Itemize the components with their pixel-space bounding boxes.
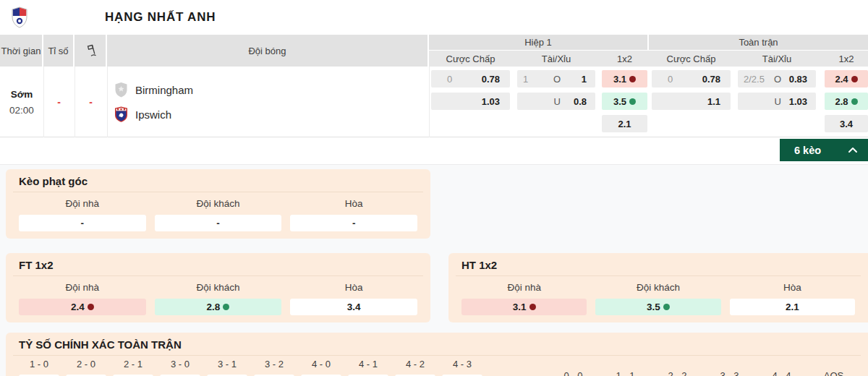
- correct-score-draw-group: 0 - 0-1 - 1-2 - 2-3 - 3-4 - 4-AOS-: [551, 370, 856, 376]
- panel-title: TỶ SỐ CHÍNH XÁC TOÀN TRẬN: [13, 338, 861, 351]
- odds-value-cell[interactable]: 2.1: [730, 299, 855, 315]
- odds-value: 3.4: [347, 302, 361, 312]
- home-team-row[interactable]: Birmingham: [114, 81, 193, 98]
- score-column: 2 - 0--: [66, 359, 106, 376]
- h1-1x2-draw-cell[interactable]: 2.1: [602, 115, 647, 132]
- odds-value-cell[interactable]: -: [290, 215, 417, 231]
- correct-score-main-group: 1 - 0--2 - 0--2 - 1--3 - 0--3 - 1--3 - 2…: [19, 359, 482, 376]
- ft-1x2-draw-cell[interactable]: 3.4: [825, 115, 868, 132]
- score-label: 2 - 2: [655, 370, 699, 376]
- column-label: Đội nhà: [461, 282, 587, 293]
- score-column: 2 - 1--: [113, 359, 153, 376]
- home-team-badge-icon: [114, 82, 128, 98]
- ft-under-label: U: [775, 96, 781, 107]
- ft-1x2-away-odds: 2.8: [835, 96, 848, 107]
- odds-column: Đội khách2.8: [155, 282, 282, 315]
- ft-1x2-panel: FT 1x2 Đội nhà2.4Đội khách2.8Hòa3.4: [6, 253, 430, 322]
- h1-1x2-away-cell[interactable]: 3.5: [602, 93, 647, 110]
- score-label: 2 - 0: [66, 359, 106, 370]
- odds-column: Đội khách3.5: [595, 282, 720, 315]
- ft-1x2-odds-columns: Đội nhà2.4Đội khách2.8Hòa3.4: [13, 282, 423, 315]
- odds-value-cell[interactable]: -: [19, 215, 146, 231]
- score-column: 4 - 2--: [395, 359, 435, 376]
- odds-value-cell[interactable]: 2.8: [155, 299, 282, 315]
- score-label: 4 - 1: [348, 359, 388, 370]
- away-team-row[interactable]: Ipswich: [114, 106, 171, 123]
- score-label: 3 - 0: [160, 359, 200, 370]
- red-dot-icon: [851, 76, 858, 82]
- score-label: 4 - 3: [442, 359, 482, 370]
- 1x2-panels-row: FT 1x2 Đội nhà2.4Đội khách2.8Hòa3.4 HT 1…: [6, 253, 868, 322]
- score-column: 4 - 3--: [442, 359, 482, 376]
- panel-title: Kèo phạt góc: [13, 175, 423, 187]
- h1-1x2-home-odds: 3.1: [613, 74, 626, 85]
- score-column: AOS-: [812, 370, 856, 376]
- score-label: 4 - 4: [760, 370, 804, 376]
- ft-under-odds: 1.03: [781, 96, 807, 107]
- ft-handicap-home-odds: 0.78: [702, 74, 720, 85]
- more-bets-toggle-button[interactable]: 6 kèo: [780, 139, 868, 161]
- ft-handicap-line: 0: [668, 74, 673, 85]
- match-time: Sớm 02:00: [0, 67, 43, 137]
- divider: [13, 355, 861, 356]
- ft-under-cell[interactable]: U 1.03: [738, 93, 816, 110]
- match-kickoff-time: 02:00: [9, 105, 34, 116]
- ft-over-label: O: [774, 74, 781, 85]
- odds-value: -: [81, 218, 85, 228]
- away-team-name: Ipswich: [135, 108, 171, 121]
- ft-1x2-away-cell[interactable]: 2.8: [825, 93, 868, 110]
- score-label: 4 - 2: [395, 359, 435, 370]
- ft-over-cell[interactable]: 2/2.5 O 0.83: [738, 70, 816, 87]
- score-column: 3 - 2--: [254, 359, 294, 376]
- score-label: AOS: [812, 370, 856, 376]
- corner-kick-panel: Kèo phạt góc Đội nhà-Đội khách-Hòa-: [6, 169, 430, 239]
- odds-value-cell[interactable]: 3.1: [461, 299, 587, 315]
- ft-handicap-away-cell[interactable]: 1.1: [652, 93, 731, 110]
- correct-score-panel: TỶ SỐ CHÍNH XÁC TOÀN TRẬN 1 - 0--2 - 0--…: [6, 333, 868, 376]
- odds-value-cell[interactable]: 3.5: [595, 299, 720, 315]
- h1-1x2-away-odds: 3.5: [613, 96, 626, 107]
- column-label: Đội nhà: [19, 198, 146, 209]
- odds-column: Hòa3.4: [290, 282, 417, 315]
- odds-column: Đội nhà3.1: [461, 282, 587, 315]
- score-column: 3 - 0--: [160, 359, 200, 376]
- green-dot-icon: [851, 98, 858, 105]
- divider: [429, 67, 430, 137]
- app-header: HẠNG NHẤT ANH: [0, 0, 868, 35]
- score-column: 0 - 0-: [551, 370, 595, 376]
- h1-handicap-away-odds: 1.03: [482, 96, 500, 107]
- match-score: -: [43, 67, 75, 137]
- h1-under-label: U: [554, 96, 561, 107]
- odds-value-cell[interactable]: 3.4: [290, 299, 417, 315]
- divider: [13, 275, 423, 276]
- h1-over-cell[interactable]: 1 O 1: [517, 70, 595, 87]
- sub-header-ft-handicap: Cược Chấp: [652, 51, 731, 67]
- corner-odds-columns: Đội nhà-Đội khách-Hòa-: [13, 198, 423, 231]
- h1-handicap-home-cell[interactable]: 0 0.78: [431, 70, 510, 87]
- column-label: Đội nhà: [19, 282, 146, 293]
- score-column: 3 - 3-: [707, 370, 752, 376]
- column-label: Đội khách: [155, 198, 282, 209]
- league-logo-icon: [11, 7, 28, 28]
- column-label: Đội khách: [595, 282, 720, 293]
- match-time-label: Sớm: [11, 89, 33, 100]
- odds-value-cell[interactable]: -: [155, 215, 282, 231]
- h1-under-cell[interactable]: U 0.8: [517, 93, 595, 110]
- column-label: Hòa: [290, 198, 417, 209]
- h1-1x2-home-cell[interactable]: 3.1: [602, 70, 647, 87]
- h1-handicap-away-cell[interactable]: 1.03: [431, 93, 510, 110]
- ft-1x2-home-odds: 2.4: [835, 74, 848, 85]
- sub-header-h1-1x2: 1x2: [602, 51, 647, 67]
- corner-flag-icon: [85, 44, 96, 57]
- chevron-up-icon: [848, 147, 858, 153]
- col-header-teams: Đội bóng: [107, 35, 427, 67]
- ft-1x2-home-cell[interactable]: 2.4: [825, 70, 868, 87]
- odds-table: Thời gian Tỉ số Đội bóng Hiệp 1 Toàn trậ…: [0, 35, 868, 137]
- score-column: 1 - 0--: [19, 359, 59, 376]
- ft-over-odds: 0.83: [781, 74, 807, 85]
- score-label: 3 - 1: [207, 359, 247, 370]
- odds-value: -: [352, 218, 356, 228]
- extra-markets-area: Kèo phạt góc Đội nhà-Đội khách-Hòa- FT 1…: [0, 164, 868, 376]
- ft-handicap-home-cell[interactable]: 0 0.78: [652, 70, 731, 87]
- odds-value-cell[interactable]: 2.4: [19, 299, 146, 315]
